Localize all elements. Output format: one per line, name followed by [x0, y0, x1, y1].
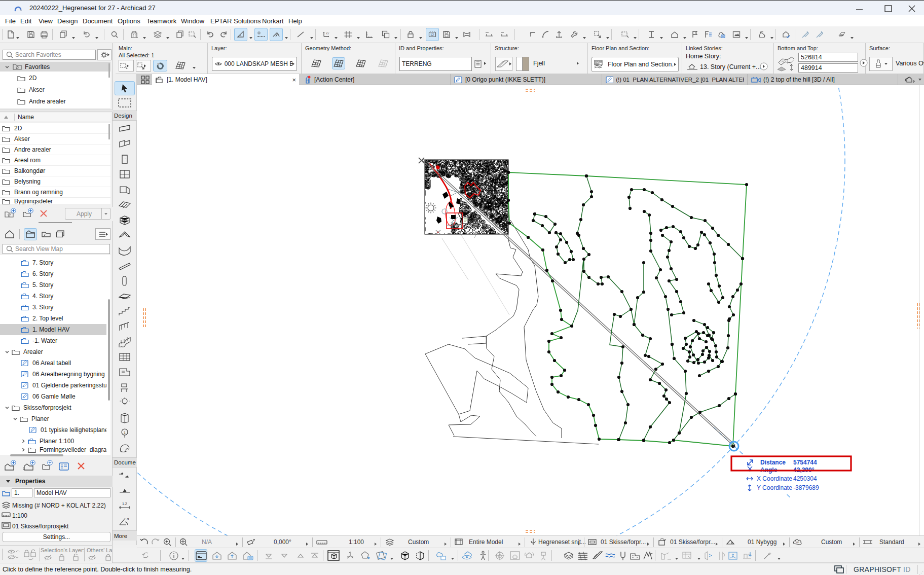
svg-text:1.2: 1.2: [122, 502, 127, 506]
svg-text:α: α: [127, 517, 129, 521]
svg-text:1: 1: [124, 430, 126, 435]
svg-text:4250304: 4250304: [793, 475, 817, 482]
svg-text:X Coordinate: X Coordinate: [757, 475, 792, 482]
svg-text:on: on: [796, 541, 799, 544]
svg-text:5754744: 5754744: [793, 459, 817, 466]
svg-text:-3879689: -3879689: [793, 484, 819, 491]
svg-text:12: 12: [430, 33, 434, 37]
svg-text:XY: XY: [326, 32, 329, 35]
svg-text:Y Coordinate: Y Coordinate: [757, 484, 792, 491]
svg-text:Distance: Distance: [760, 459, 786, 466]
